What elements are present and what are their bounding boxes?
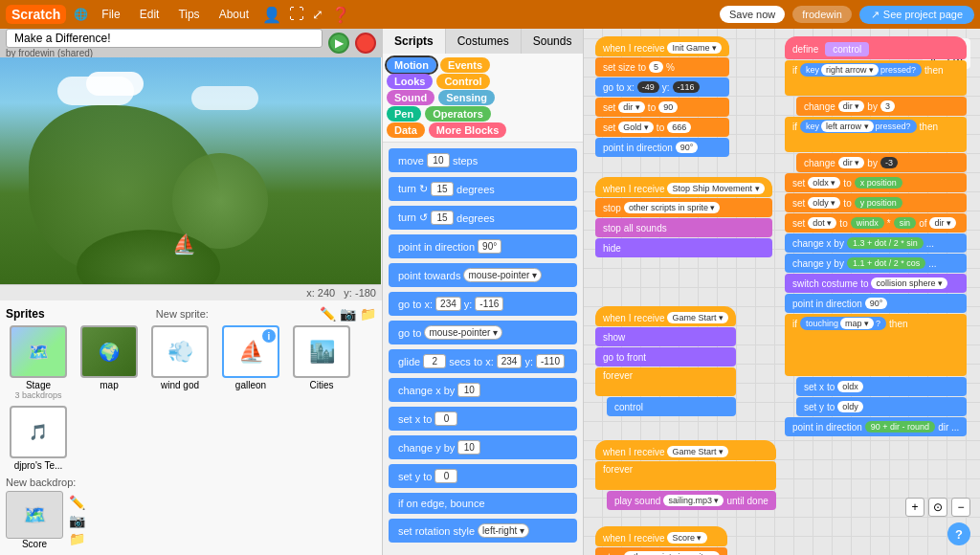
cat-data[interactable]: Data [387, 122, 425, 138]
backdrop-name: Score [22, 539, 47, 549]
sb-if-touching[interactable]: if touching map ▾ ? then [785, 314, 967, 376]
sb-show[interactable]: show [595, 327, 736, 346]
sb-if-left[interactable]: if key left arrow ▾ pressed? then [785, 117, 967, 152]
project-title[interactable]: Make a Difference! [6, 29, 323, 48]
sb-set-size[interactable]: set size to 5 % [595, 57, 729, 77]
block-goto-xy[interactable]: go to x: 234 y: -116 [389, 292, 577, 316]
project-subtitle: by frodewin (shared) [6, 48, 323, 58]
sb-set-oldx[interactable]: set oldx ▾ to x position [785, 173, 967, 192]
sb-forever-1[interactable]: forever [595, 367, 736, 396]
save-now-button[interactable]: Save now [720, 6, 785, 23]
sb-stop-sounds[interactable]: stop all sounds [595, 218, 772, 237]
menu-tips[interactable]: Tips [172, 6, 205, 23]
sprite-item-djpro[interactable]: 🎵 djpro's Te... [6, 406, 71, 471]
cat-more[interactable]: More Blocks [429, 122, 506, 138]
sb-when-receive-stop[interactable]: when I receive Stop Ship Movement ▾ [595, 177, 772, 197]
sb-control[interactable]: control [607, 397, 736, 416]
globe-icon[interactable]: 🌐 [74, 8, 88, 21]
scratch-logo[interactable]: Scratch [6, 5, 66, 24]
paint-backdrop-icon[interactable]: ✏️ [69, 495, 85, 510]
zoom-in-button[interactable]: + [905, 498, 924, 517]
menu-edit[interactable]: Edit [134, 6, 166, 23]
sprite-name-galleon: galleon [235, 380, 266, 390]
tab-sounds[interactable]: Sounds [522, 29, 585, 54]
script-group-gamestart: when I receive Game Start ▾ show go to f… [595, 306, 736, 416]
sprite-item-windgod[interactable]: 💨 wind god [147, 325, 212, 400]
help-button[interactable]: ? [947, 522, 970, 545]
block-glide[interactable]: glide 2 secs to x: 234 y: -110 [389, 349, 577, 373]
sb-change-y-formula[interactable]: change y by 1.1 + dot / 2 * cos ... [785, 254, 967, 273]
scripts-panel[interactable]: x: 235 y: -116 when I receive Init Game … [584, 29, 980, 555]
sb-when-receive-gamestart2[interactable]: when I receive Game Start ▾ [595, 440, 776, 460]
cat-operators[interactable]: Operators [425, 106, 491, 122]
sb-stop-score[interactable]: stop other scripts in sprite ▾ [595, 547, 727, 555]
sprite-item-cities[interactable]: 🏙️ Cities [289, 325, 354, 400]
block-rotation-style[interactable]: set rotation style left-right ▾ [389, 519, 577, 543]
sb-hide[interactable]: hide [595, 238, 772, 257]
sb-when-receive-gamestart[interactable]: when I receive Game Start ▾ [595, 306, 736, 326]
camera-backdrop-icon[interactable]: 📷 [69, 513, 85, 528]
paint-sprite-icon[interactable]: ✏️ [320, 306, 336, 322]
sb-set-x-oldx[interactable]: set x to oldx [796, 377, 967, 396]
sb-point-direction-init[interactable]: point in direction 90° [595, 138, 729, 157]
cat-control[interactable]: Control [436, 74, 489, 89]
upload-sprite-icon[interactable]: 📁 [360, 306, 376, 322]
zoom-out-button[interactable]: − [951, 498, 970, 517]
block-move[interactable]: move 10 steps [389, 148, 577, 172]
block-change-x[interactable]: change x by 10 [389, 378, 577, 402]
sb-stop-other[interactable]: stop other scripts in sprite ▾ [595, 198, 772, 217]
zoom-reset-button[interactable]: ⊙ [928, 498, 947, 517]
sb-set-oldy[interactable]: set oldy ▾ to y position [785, 193, 967, 212]
stop-button[interactable] [355, 33, 376, 54]
username-button[interactable]: frodewin [792, 6, 852, 23]
cat-events[interactable]: Events [440, 57, 490, 73]
sb-goto-front[interactable]: go to front [595, 347, 736, 366]
block-goto-pointer[interactable]: go to mouse-pointer ▾ [389, 321, 577, 344]
block-set-y[interactable]: set y to 0 [389, 464, 577, 488]
sb-set-y-oldy[interactable]: set y to oldy [796, 397, 967, 416]
block-turn-ccw[interactable]: turn ↺ 15 degrees [389, 206, 577, 230]
sb-play-sound[interactable]: play sound sailing.mp3 ▾ until done [607, 491, 776, 510]
sprite-item-map[interactable]: 🌍 map [77, 325, 142, 400]
expand-icon[interactable]: ⤢ [312, 7, 323, 22]
sb-set-dir[interactable]: set dir ▾ to 90 [595, 98, 729, 117]
stage-sprite-item[interactable]: 🗺️ Score [6, 491, 63, 549]
sb-change-dir-left[interactable]: change dir ▾ by -3 [796, 153, 967, 172]
block-turn-cw[interactable]: turn ↻ 15 degrees [389, 177, 577, 201]
sb-if-right[interactable]: if key right arrow ▾ pressed? then [785, 60, 967, 96]
tab-scripts[interactable]: Scripts [383, 29, 446, 54]
sb-when-receive-score[interactable]: when I receive Score ▾ [595, 526, 727, 546]
fullscreen-icon[interactable]: ⛶ [289, 6, 304, 23]
green-flag-button[interactable]: ▶ [328, 33, 349, 54]
cat-motion[interactable]: Motion [387, 57, 436, 73]
sb-define-control[interactable]: define control [785, 36, 967, 59]
menu-about[interactable]: About [213, 6, 255, 23]
sb-set-dot[interactable]: set dot ▾ to windx * sin of dir ▾ [785, 213, 967, 233]
sb-point-final[interactable]: point in direction 90 + dir - round dir … [785, 417, 967, 436]
block-point-towards[interactable]: point towards mouse-pointer ▾ [389, 263, 577, 287]
sb-change-dir-right[interactable]: change dir ▾ by 3 [796, 97, 967, 116]
sb-switch-costume[interactable]: switch costume to collision sphere ▾ [785, 274, 967, 293]
cat-looks[interactable]: Looks [387, 74, 433, 89]
see-project-button[interactable]: ↗ See project page [859, 6, 974, 24]
cat-pen[interactable]: Pen [387, 106, 421, 122]
block-change-y[interactable]: change y by 10 [389, 435, 577, 459]
cat-sensing[interactable]: Sensing [438, 90, 495, 105]
sb-set-gold[interactable]: set Gold ▾ to 666 [595, 118, 729, 137]
camera-sprite-icon[interactable]: 📷 [340, 306, 356, 322]
sprite-item-stage[interactable]: 🗺️ Stage 3 backdrops [6, 325, 71, 400]
cat-sound[interactable]: Sound [387, 90, 434, 105]
sb-when-receive-init[interactable]: when I receive Init Game ▾ [595, 36, 729, 56]
sb-forever-2[interactable]: forever [595, 461, 776, 490]
help-circle-icon[interactable]: ❓ [331, 6, 350, 24]
block-point-direction[interactable]: point in direction 90° [389, 234, 577, 258]
tab-costumes[interactable]: Costumes [446, 29, 522, 54]
block-if-on-edge[interactable]: if on edge, bounce [389, 493, 577, 514]
upload-backdrop-icon[interactable]: 📁 [69, 531, 85, 546]
block-set-x[interactable]: set x to 0 [389, 407, 577, 431]
sb-point-dir-90[interactable]: point in direction 90° [785, 294, 967, 313]
sprite-item-galleon[interactable]: ⛵ i galleon [218, 325, 283, 400]
menu-file[interactable]: File [96, 6, 125, 23]
sb-goto-init[interactable]: go to x: -49 y: -116 [595, 78, 729, 97]
sb-change-x-formula[interactable]: change x by 1.3 + dot / 2 * sin ... [785, 233, 967, 253]
